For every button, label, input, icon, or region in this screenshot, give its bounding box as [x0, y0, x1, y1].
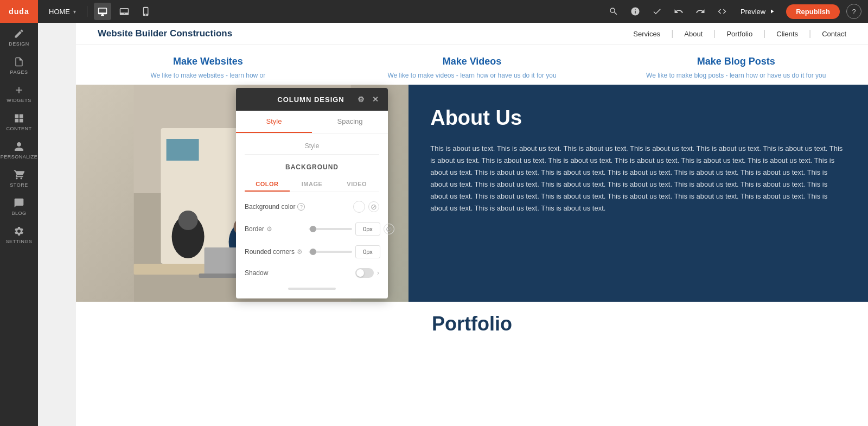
bg-color-disable[interactable]: ⊘: [368, 201, 379, 212]
redo-icon-btn[interactable]: [693, 4, 708, 19]
panel-header: COLUMN DESIGN ⚙ ✕: [236, 88, 388, 111]
about-text-panel: About Us This is about us text. This is …: [409, 85, 868, 302]
topbar-divider-1: [87, 6, 87, 17]
sidebar-item-widgets[interactable]: WIDGETS: [0, 79, 38, 107]
panel-body: Style BACKGROUND COLOR IMAGE VIDEO Backg…: [236, 133, 388, 298]
nav-clients[interactable]: Clients: [776, 30, 798, 38]
rounded-corners-label: Rounded corners ⚙: [245, 248, 304, 256]
checkmark-icon-btn[interactable]: [649, 4, 665, 19]
topbar-right: Preview Republish ?: [606, 4, 861, 19]
panel-tabs: Style Spacing: [236, 111, 388, 133]
border-gear-icon[interactable]: ⚙: [266, 225, 272, 233]
sidebar-item-personalize[interactable]: PERSONALIZE: [0, 136, 38, 164]
border-label: Border ⚙: [245, 225, 304, 233]
service-col-blog: Make Blog Posts We like to make blog pos…: [604, 56, 868, 79]
corners-gear-icon[interactable]: ⚙: [297, 248, 303, 256]
help-button[interactable]: ?: [846, 4, 861, 19]
bg-color-controls: ⊘: [353, 201, 379, 213]
topbar: HOME ▾ Preview Republis: [38, 0, 868, 23]
service-desc-videos: We like to make videos - learn how or ha…: [351, 72, 593, 79]
sidebar-item-content[interactable]: CONTENT: [0, 107, 38, 136]
about-section: About Us This is about us text. This is …: [76, 85, 868, 302]
svg-point-5: [178, 211, 198, 230]
undo-icon-btn[interactable]: [671, 4, 686, 19]
service-desc-blog: We like to make blog posts - learn how o…: [615, 72, 857, 79]
bg-color-swatch[interactable]: [353, 201, 365, 213]
sidebar: duda DESIGN PAGES WIDGETS CONTENT PERSON…: [0, 0, 38, 426]
border-slider[interactable]: [309, 228, 352, 230]
bg-tab-color[interactable]: COLOR: [245, 177, 290, 192]
bg-tab-video[interactable]: VIDEO: [334, 177, 379, 192]
tab-style[interactable]: Style: [236, 111, 312, 133]
sidebar-item-pages[interactable]: PAGES: [0, 51, 38, 79]
border-disable[interactable]: ⊘: [384, 224, 394, 234]
shadow-label: Shadow: [245, 269, 304, 277]
bg-tab-image[interactable]: IMAGE: [290, 177, 335, 192]
bg-tabs: COLOR IMAGE VIDEO: [245, 177, 379, 192]
app-logo: duda: [0, 0, 38, 23]
shadow-controls: ›: [355, 268, 379, 278]
rounded-corners-row: Rounded corners ⚙ 0px: [245, 245, 379, 258]
border-controls: 0px ⊘: [309, 222, 394, 236]
shadow-toggle[interactable]: [355, 268, 374, 278]
site-header: Website Builder Constructions Services |…: [76, 23, 868, 45]
service-col-websites: Make Websites We like to make websites -…: [76, 56, 340, 79]
shadow-expand-icon[interactable]: ›: [377, 269, 379, 277]
sidebar-item-store[interactable]: STORE: [0, 164, 38, 192]
service-title-blog: Make Blog Posts: [615, 56, 857, 67]
code-icon-btn[interactable]: [714, 4, 730, 19]
portfolio-title: Portfolio: [87, 313, 857, 335]
bg-color-label: Background color ?: [245, 203, 305, 211]
about-description: This is about us text. This is about us …: [430, 143, 846, 215]
bg-color-help[interactable]: ?: [297, 203, 305, 211]
nav-portfolio[interactable]: Portfolio: [726, 30, 752, 38]
tab-spacing[interactable]: Spacing: [312, 111, 388, 133]
style-section-label: Style: [245, 142, 379, 155]
background-label: BACKGROUND: [245, 163, 379, 171]
rounded-corners-controls: 0px: [309, 245, 380, 258]
panel-settings-icon[interactable]: ⚙: [356, 94, 366, 104]
background-color-row: Background color ? ⊘: [245, 201, 379, 213]
border-row: Border ⚙ 0px ⊘: [245, 222, 379, 236]
rounded-corners-value[interactable]: 0px: [355, 245, 380, 258]
panel-title: COLUMN DESIGN: [265, 96, 356, 104]
portfolio-section: Portfolio: [76, 302, 868, 346]
panel-close-icon[interactable]: ✕: [371, 94, 380, 104]
republish-button[interactable]: Republish: [786, 4, 840, 19]
about-title: About Us: [430, 106, 846, 130]
nav-services[interactable]: Services: [633, 30, 660, 38]
service-col-videos: Make Videos We like to make videos - lea…: [340, 56, 604, 79]
column-design-panel: COLUMN DESIGN ⚙ ✕ Style Spacing Style BA…: [236, 88, 388, 298]
main-content: Website Builder Constructions Services |…: [76, 23, 868, 426]
toggle-knob: [356, 269, 364, 277]
info-icon-btn[interactable]: [628, 4, 643, 19]
service-title-websites: Make Websites: [87, 56, 329, 67]
services-section: Make Websites We like to make websites -…: [76, 45, 868, 85]
site-nav: Services | About | Portfolio | Clients |…: [633, 29, 846, 39]
site-logo: Website Builder Constructions: [98, 28, 232, 39]
search-icon-btn[interactable]: [606, 4, 621, 19]
service-title-videos: Make Videos: [351, 56, 593, 67]
home-chevron: ▾: [73, 9, 76, 15]
panel-header-icons: ⚙ ✕: [356, 94, 380, 104]
device-tablet-btn[interactable]: [116, 3, 133, 20]
border-value[interactable]: 0px: [355, 222, 380, 236]
shadow-row: Shadow ›: [245, 268, 379, 278]
svg-rect-3: [167, 139, 199, 161]
scroll-indicator: [288, 288, 336, 290]
preview-button[interactable]: Preview: [736, 5, 780, 18]
service-desc-websites: We like to make websites - learn how or: [87, 72, 329, 79]
sidebar-item-design[interactable]: DESIGN: [0, 23, 38, 51]
device-mobile-btn[interactable]: [137, 3, 155, 20]
sidebar-item-blog[interactable]: BLOG: [0, 192, 38, 220]
nav-contact[interactable]: Contact: [822, 30, 846, 38]
home-nav[interactable]: HOME ▾: [44, 8, 80, 16]
rounded-corners-slider[interactable]: [309, 251, 352, 253]
sidebar-item-settings[interactable]: SETTINGS: [0, 220, 38, 249]
device-desktop-btn[interactable]: [94, 3, 111, 20]
nav-about[interactable]: About: [684, 30, 703, 38]
